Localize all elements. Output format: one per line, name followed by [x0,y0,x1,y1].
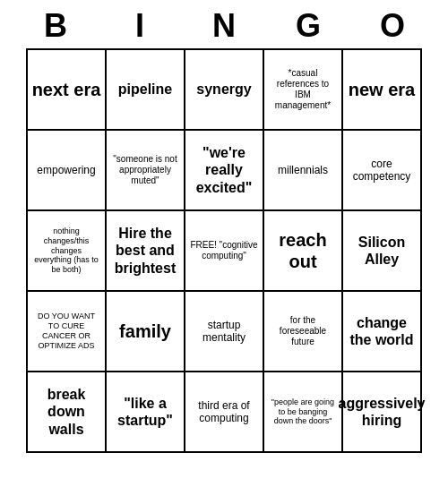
header-letter-o: O [354,7,431,45]
cell-0: next era [28,50,107,131]
cell-7: "we're really excited" [185,131,264,211]
cell-14: Silicon Alley [343,211,422,292]
cell-3: *casual references to IBM management* [264,50,343,131]
cell-17: startup mentality [185,292,264,372]
cell-16: family [107,292,185,372]
cell-11: Hire the best and brightest [107,211,185,292]
header-letter-b: B [17,7,94,45]
bingo-grid: next erapipelinesynergy*casual reference… [26,48,422,453]
cell-10: nothing changes/this changes everything … [28,211,107,292]
header-letter-i: I [101,7,178,45]
cell-12: FREE! "cognitive computing" [185,211,264,292]
header-letter-g: G [270,7,347,45]
cell-6: "someone is not appropriately muted" [107,131,185,211]
header-letter-n: N [185,7,263,45]
bingo-table: next erapipelinesynergy*casual reference… [26,48,422,453]
cell-15: DO YOU WANT TO CURE CANCER OR OPTIMIZE A… [28,292,107,372]
cell-5: empowering [28,131,107,211]
cell-4: new era [343,50,422,131]
cell-19: change the world [343,292,422,372]
cell-9: core competency [343,131,422,211]
cell-18: for the foreseeable future [264,292,343,372]
cell-1: pipeline [107,50,185,131]
cell-21: "like a startup" [107,372,185,453]
cell-2: synergy [185,50,264,131]
cell-22: third era of computing [185,372,264,453]
cell-20: break down walls [28,372,107,453]
cell-23: "people are going to be banging down the… [264,372,343,453]
cell-13: reach out [264,211,343,292]
bingo-header: BINGO [13,0,435,48]
cell-8: millennials [264,131,343,211]
cell-24: aggressively hiring [343,372,422,453]
